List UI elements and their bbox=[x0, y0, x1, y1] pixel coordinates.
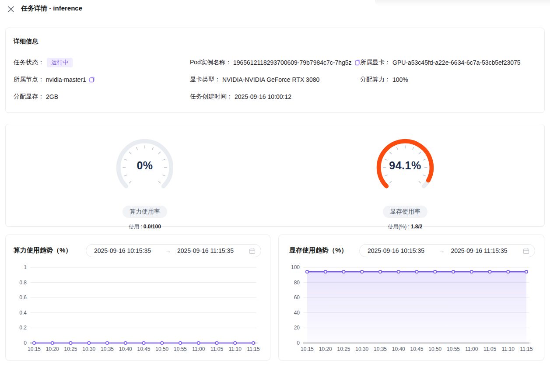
svg-text:0.6: 0.6 bbox=[19, 294, 27, 301]
gauge-value: 0% bbox=[113, 159, 177, 172]
field-value: 1965612118293700609-79b7984c7c-7hg5z bbox=[233, 59, 352, 66]
date-end-input[interactable]: 2025-09-16 11:15:35 bbox=[451, 247, 521, 254]
field-value: GPU-a53c45fd-a22e-6634-6c7a-53cb5ef23075 bbox=[392, 59, 521, 66]
compute-usage-chart: 00.20.40.60.8110:1510:2010:2510:3010:351… bbox=[10, 261, 266, 355]
chart-title: 显存使用趋势（%） bbox=[289, 246, 347, 255]
task-detail-drawer: { "header": { "title": "任务详情 - inference… bbox=[0, 0, 550, 392]
svg-text:11:05: 11:05 bbox=[483, 346, 496, 352]
svg-text:10:30: 10:30 bbox=[355, 346, 368, 352]
memory-trend-card: 显存使用趋势（%） 2025-09-16 10:15:35 → 2025-09-… bbox=[278, 234, 544, 360]
svg-text:11:05: 11:05 bbox=[210, 346, 223, 352]
field-alloc-mem: 分配显存： 2GB bbox=[14, 92, 95, 102]
svg-text:11:10: 11:10 bbox=[229, 346, 242, 352]
svg-text:0.4: 0.4 bbox=[19, 310, 27, 316]
date-start-input[interactable]: 2025-09-16 10:15:35 bbox=[368, 247, 437, 254]
field-label: 任务创建时间： bbox=[190, 93, 233, 101]
svg-text:10:35: 10:35 bbox=[101, 346, 114, 352]
svg-text:100: 100 bbox=[291, 264, 300, 270]
page-title: 任务详情 - inference bbox=[21, 4, 82, 13]
chart-title: 算力使用趋势（%） bbox=[14, 246, 72, 255]
section-title: 详细信息 bbox=[14, 38, 38, 46]
field-label: 所属节点： bbox=[14, 76, 44, 84]
svg-text:10:15: 10:15 bbox=[301, 346, 314, 352]
svg-text:11:00: 11:00 bbox=[192, 346, 205, 352]
status-badge: 运行中 bbox=[47, 58, 73, 67]
svg-text:10:50: 10:50 bbox=[155, 346, 168, 352]
arrow-right-icon: → bbox=[163, 247, 177, 254]
svg-text:10:45: 10:45 bbox=[137, 346, 150, 352]
compute-usage-gauge: 0% 算力使用率 使用 :0.0/100 bbox=[92, 136, 197, 231]
svg-text:80: 80 bbox=[294, 280, 300, 286]
svg-text:10:25: 10:25 bbox=[337, 346, 350, 352]
svg-text:0: 0 bbox=[24, 340, 27, 346]
copy-icon[interactable] bbox=[89, 76, 95, 83]
svg-text:1: 1 bbox=[24, 264, 27, 270]
field-alloc-power: 分配算力： 100% bbox=[360, 75, 521, 84]
svg-text:10:20: 10:20 bbox=[319, 346, 332, 352]
top-right-overlay bbox=[375, 0, 550, 7]
gauge-usage: 使用 :0.0/100 bbox=[92, 223, 197, 231]
usage-gauges-card: 0% 算力使用率 使用 :0.0/100 94.1% 显存使用率 使用(%) :… bbox=[5, 124, 545, 227]
field-label: 任务状态： bbox=[14, 59, 44, 66]
field-label: 所属显卡： bbox=[360, 59, 391, 66]
svg-text:10:15: 10:15 bbox=[28, 346, 41, 352]
date-start-input[interactable]: 2025-09-16 10:15:35 bbox=[94, 247, 163, 254]
calendar-icon[interactable] bbox=[249, 248, 256, 254]
field-task-status: 任务状态： 运行中 bbox=[14, 58, 95, 67]
field-label: 显卡类型： bbox=[190, 76, 221, 84]
field-gpu-type: 显卡类型： NVIDIA-NVIDIA GeForce RTX 3080 bbox=[190, 75, 361, 84]
svg-text:10:40: 10:40 bbox=[392, 346, 405, 352]
field-gpu-id: 所属显卡： GPU-a53c45fd-a22e-6634-6c7a-53cb5e… bbox=[360, 58, 521, 67]
svg-text:10:20: 10:20 bbox=[46, 346, 59, 352]
field-pod-name: Pod实例名称： 1965612118293700609-79b7984c7c-… bbox=[190, 58, 361, 67]
svg-text:0.8: 0.8 bbox=[19, 280, 27, 286]
memory-usage-gauge: 94.1% 显存使用率 使用(%) :1.8/2 bbox=[353, 136, 458, 231]
svg-text:10:50: 10:50 bbox=[428, 346, 441, 352]
svg-text:60: 60 bbox=[294, 294, 300, 301]
svg-text:40: 40 bbox=[294, 310, 300, 316]
compute-trend-card: 算力使用趋势（%） 2025-09-16 10:15:35 → 2025-09-… bbox=[5, 234, 270, 360]
svg-text:11:15: 11:15 bbox=[247, 346, 259, 352]
svg-text:11:00: 11:00 bbox=[465, 346, 478, 352]
svg-text:10:55: 10:55 bbox=[447, 346, 460, 352]
field-value: 2025-09-16 10:00:12 bbox=[235, 93, 291, 100]
field-label: 分配算力： bbox=[360, 76, 391, 84]
date-range-picker[interactable]: 2025-09-16 10:15:35 → 2025-09-16 11:15:3… bbox=[359, 244, 535, 257]
svg-text:10:40: 10:40 bbox=[119, 346, 132, 352]
date-end-input[interactable]: 2025-09-16 11:15:35 bbox=[177, 247, 246, 254]
svg-text:10:45: 10:45 bbox=[410, 346, 423, 352]
drawer-header: 任务详情 - inference bbox=[0, 0, 550, 18]
field-value: NVIDIA-NVIDIA GeForce RTX 3080 bbox=[222, 76, 319, 83]
date-range-picker[interactable]: 2025-09-16 10:15:35 → 2025-09-16 11:15:3… bbox=[86, 244, 261, 257]
gauge-label: 算力使用率 bbox=[123, 206, 167, 218]
field-value: 100% bbox=[392, 76, 408, 83]
close-icon[interactable] bbox=[7, 5, 16, 14]
gauge-usage: 使用(%) :1.8/2 bbox=[353, 223, 458, 231]
svg-text:0.2: 0.2 bbox=[19, 325, 27, 331]
arrow-right-icon: → bbox=[437, 247, 451, 254]
svg-text:10:55: 10:55 bbox=[174, 346, 187, 352]
gauge-value: 94.1% bbox=[373, 159, 437, 172]
svg-text:11:15: 11:15 bbox=[520, 346, 532, 352]
field-value: 2GB bbox=[46, 93, 58, 100]
svg-text:10:25: 10:25 bbox=[64, 346, 77, 352]
memory-usage-chart: 02040608010010:1510:2010:2510:3010:3510:… bbox=[283, 261, 539, 355]
field-value: nvidia-master1 bbox=[46, 76, 86, 83]
svg-text:0: 0 bbox=[297, 340, 300, 346]
field-created-time: 任务创建时间： 2025-09-16 10:00:12 bbox=[190, 92, 361, 102]
svg-text:10:30: 10:30 bbox=[82, 346, 95, 352]
field-label: 分配显存： bbox=[14, 93, 44, 101]
field-node: 所属节点： nvidia-master1 bbox=[14, 75, 95, 84]
calendar-icon[interactable] bbox=[523, 248, 529, 254]
detail-info-card: 详细信息 任务状态： 运行中 所属节点： nvidia-master1 分配显存… bbox=[5, 28, 545, 113]
svg-text:11:10: 11:10 bbox=[502, 346, 515, 352]
gauge-label: 显存使用率 bbox=[383, 206, 427, 218]
field-label: Pod实例名称： bbox=[190, 59, 231, 66]
svg-text:20: 20 bbox=[294, 325, 300, 331]
svg-text:10:35: 10:35 bbox=[374, 346, 387, 352]
